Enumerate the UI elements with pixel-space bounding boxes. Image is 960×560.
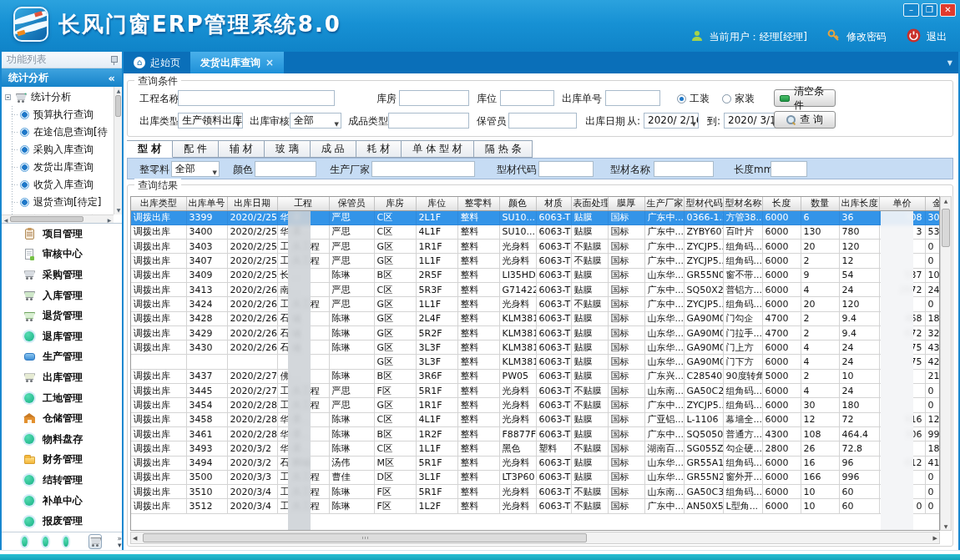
column-header[interactable]: 长度 <box>762 197 801 210</box>
date-from-select[interactable]: 2020/ 2/16▼ <box>644 113 699 129</box>
tab-outbound-query[interactable]: 发货出库查询 × <box>190 52 284 73</box>
keeper-input[interactable] <box>508 113 577 129</box>
change-password-link[interactable]: 修改密码 <box>846 30 887 44</box>
audit-select[interactable]: 全部▼ <box>290 113 341 129</box>
table-row[interactable]: 调拨出库34452020/2/27工 共工程严思F区5R1F整料光身料6063-… <box>131 384 940 398</box>
table-row[interactable]: 调拨出库34002020/2/25华 原...严思C区4L1F整料SU10...… <box>131 225 940 239</box>
clear-conditions-button[interactable]: 清空条件 <box>774 89 836 107</box>
column-header[interactable]: 膜厚 <box>608 197 644 210</box>
sidebar-menu-item[interactable]: 退货管理 <box>2 305 122 326</box>
column-header[interactable]: 工程 <box>277 197 329 210</box>
footer-dot-icon[interactable] <box>63 537 69 547</box>
order-no-input[interactable] <box>605 90 660 106</box>
column-header[interactable]: 表面处理 <box>571 197 608 210</box>
column-header[interactable]: 型材名称 <box>723 197 762 210</box>
table-row[interactable]: 调拨出库34072020/2/25工 共工程严思G区1L1F整料光身料6063-… <box>131 254 940 268</box>
subtab[interactable]: 辅 材 <box>219 140 265 158</box>
table-row[interactable]: 调拨出库35102020/3/4工 共工程陈琳F区5R1F整料光身料6063-T… <box>131 485 940 499</box>
grid-horizontal-scrollbar[interactable]: ◀ ▶ <box>130 532 940 544</box>
table-row[interactable]: 调拨出库34132020/2/26南 ...严思C区5R3F整料G7142260… <box>131 282 940 296</box>
table-row[interactable]: 调拨出库34242020/2/26工 共工程严思G区1L1F整料光身料6063-… <box>131 297 940 311</box>
sidebar-menu-item[interactable]: 报废管理 <box>2 511 122 532</box>
table-row[interactable]: 调拨出库34092020/2/25长 ...陈琳B区2R5F整料LI35HD60… <box>131 268 940 282</box>
column-header[interactable]: 单价 <box>879 197 925 210</box>
search-button[interactable]: 查 询 <box>774 111 836 129</box>
sidebar-menu-item[interactable]: 采购管理 <box>2 265 122 285</box>
sidebar-menu-item[interactable]: 补单中心 <box>2 491 122 512</box>
table-row[interactable]: 调拨出库34292020/2/26石 城陈琳G区5R2F整料KLM3817606… <box>131 325 940 340</box>
tree-item[interactable]: 收货入库查询 <box>5 176 112 194</box>
tree-item[interactable]: 在途信息查询[待 <box>5 124 112 141</box>
table-row[interactable]: 调拨出库34282020/2/26石 城陈琳G区2L4F整料KLM3817606… <box>131 311 940 325</box>
subtab[interactable]: 成 品 <box>311 140 356 158</box>
column-header[interactable]: 库位 <box>416 197 457 210</box>
length-input[interactable] <box>771 161 807 177</box>
column-header[interactable]: 颜色 <box>499 197 536 210</box>
column-header[interactable]: 出库长度 <box>839 197 879 210</box>
table-row[interactable]: 调拨出库34932020/3/2华 原...陈琳C区1L1F整料黑色塑料不贴膜国… <box>131 441 940 456</box>
subtab[interactable]: 耗 材 <box>356 140 402 158</box>
table-row[interactable]: 调拨出库34032020/2/25工 共工程严思G区1R1F整料光身料6063-… <box>131 240 940 254</box>
table-row[interactable]: 调拨出库34302020/2/26石 城陈琳G区3L3F整料KLM3817606… <box>131 341 940 355</box>
expander-icon[interactable] <box>5 94 11 100</box>
sidebar-menu-item[interactable]: 出库管理 <box>2 367 122 388</box>
scroll-left-icon[interactable]: ◀ <box>2 216 10 224</box>
tree-item[interactable]: 预算执行查询 <box>5 106 112 124</box>
column-header[interactable]: 金额 <box>925 197 940 210</box>
table-row[interactable]: G区3L3F整料KLM38176063-T5贴膜国标山东华...GA90M09.… <box>131 355 940 369</box>
date-to-select[interactable]: 2020/ 3/16▼ <box>724 113 779 129</box>
product-type-input[interactable] <box>388 113 469 129</box>
tree-item[interactable]: 退货查询[待定] <box>5 194 112 211</box>
scroll-down-icon[interactable]: ▼ <box>941 523 951 529</box>
footer-dot-icon[interactable] <box>22 537 28 547</box>
column-header[interactable]: 出库类型 <box>131 197 186 210</box>
tab-home[interactable]: ⌂ 起始页 <box>124 52 190 73</box>
sidebar-menu-item[interactable]: 入库管理 <box>2 285 122 306</box>
location-input[interactable] <box>500 90 554 106</box>
tree-horizontal-scrollbar[interactable]: ◀ ▶ <box>2 214 114 223</box>
radio-home-decor[interactable]: 家装 <box>722 92 755 106</box>
table-row[interactable]: 调拨出库34372020/2/27佛 ...陈琳B区3R6F整料PW056063… <box>131 369 940 383</box>
column-header[interactable]: 保管员 <box>329 197 374 210</box>
close-button[interactable]: ✕ <box>940 3 956 17</box>
tree-item[interactable]: 发货出库查询 <box>5 159 112 176</box>
footer-dot-icon[interactable] <box>43 537 48 547</box>
scroll-down-icon[interactable]: ▼ <box>114 206 122 214</box>
color-input[interactable] <box>255 161 316 177</box>
table-row[interactable]: 调拨出库35002020/3/3工 共工程曹佳D区3L1F整料LT3P60606… <box>131 470 940 484</box>
table-row[interactable]: 调拨出库34542020/2/28工 共工程严思G区1R1F整料光身料6063-… <box>131 398 940 412</box>
radio-engineering[interactable]: 工装 <box>677 92 710 106</box>
whole-part-select[interactable]: 全部▼ <box>171 161 220 177</box>
sidebar-menu-item[interactable]: 物料盘存 <box>2 429 122 450</box>
subtab[interactable]: 隔 热 条 <box>474 140 533 158</box>
column-header[interactable]: 出库日期 <box>227 197 277 210</box>
subtab[interactable]: 配 件 <box>173 140 219 158</box>
warehouse-input[interactable] <box>399 90 469 106</box>
scroll-right-icon[interactable]: ▶ <box>933 535 937 542</box>
collapse-icon[interactable]: « <box>109 72 115 84</box>
profile-name-input[interactable] <box>654 161 714 177</box>
pin-icon[interactable] <box>110 55 117 65</box>
sidebar-menu-item[interactable]: 审核中心 <box>2 245 122 265</box>
scroll-right-icon[interactable]: ▶ <box>105 216 114 224</box>
project-name-input[interactable] <box>178 90 335 106</box>
sidebar-menu-item[interactable]: 退库管理 <box>2 326 122 347</box>
maker-input[interactable] <box>371 161 475 177</box>
column-header[interactable]: 数量 <box>801 197 839 210</box>
column-header[interactable]: 生产厂家 <box>644 197 684 210</box>
scroll-up-icon[interactable]: ▲ <box>941 198 951 204</box>
tree-vertical-scrollbar[interactable]: ▲ ▼ <box>114 87 122 214</box>
section-header[interactable]: 统计分析 « <box>2 68 122 87</box>
tab-list-caret-icon[interactable]: ▼ <box>947 59 952 67</box>
sidebar-menu-item[interactable]: 仓储管理 <box>2 408 122 429</box>
table-row[interactable]: 调拨出库35122020/3/4工 共工程陈琳F区1L2F整料光身料6063-T… <box>131 499 940 513</box>
column-header[interactable]: 型材代码 <box>684 197 723 210</box>
footer-more-button[interactable]: »▾ <box>117 535 122 548</box>
column-header[interactable]: 库房 <box>374 197 416 210</box>
outbound-type-select[interactable]: 生产领料出库▼ <box>178 113 243 129</box>
logout-link[interactable]: 退出 <box>927 30 947 44</box>
profile-code-input[interactable] <box>538 161 594 177</box>
sidebar-menu-item[interactable]: 项目管理 <box>2 224 122 245</box>
sidebar-menu-item[interactable]: 结转管理 <box>2 470 122 491</box>
minimize-button[interactable]: – <box>903 3 919 17</box>
